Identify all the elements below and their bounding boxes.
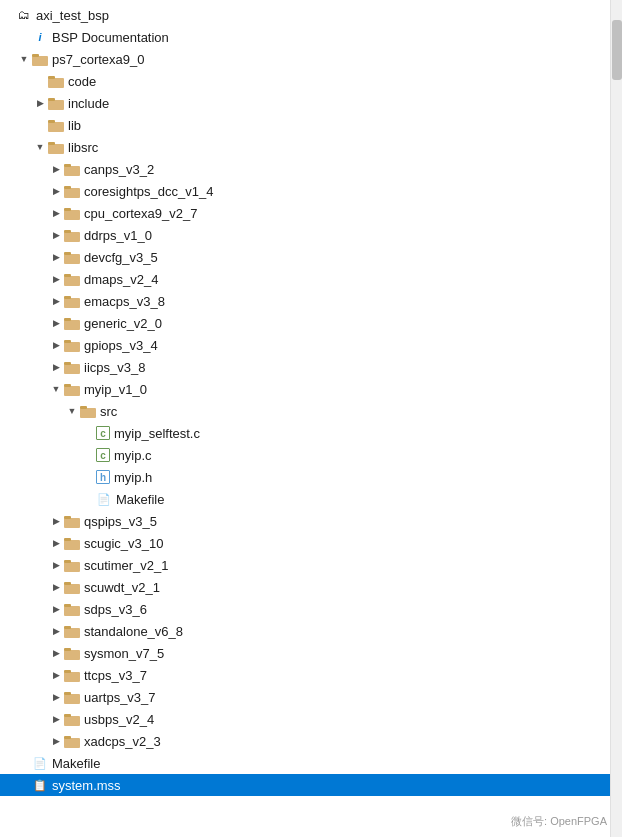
tree-item-code[interactable]: code: [0, 70, 610, 92]
svg-rect-39: [64, 560, 71, 563]
tree-item-qspips_v3_5[interactable]: qspips_v3_5: [0, 510, 610, 532]
tree-item-myip_v1_0[interactable]: myip_v1_0: [0, 378, 610, 400]
expand-arrow[interactable]: [48, 623, 64, 639]
tree-item-ps7_cortexa9_0[interactable]: ps7_cortexa9_0: [0, 48, 610, 70]
expand-arrow[interactable]: [48, 249, 64, 265]
svg-rect-30: [64, 386, 80, 396]
tree-item-makefile_root[interactable]: 📄Makefile: [0, 752, 610, 774]
tree-item-scugic_v3_10[interactable]: scugic_v3_10: [0, 532, 610, 554]
tree-item-bsp_doc[interactable]: iBSP Documentation: [0, 26, 610, 48]
project-icon: 🗂: [16, 7, 32, 23]
expand-arrow: [32, 117, 48, 133]
item-label: cpu_cortexa9_v2_7: [84, 206, 197, 221]
svg-rect-43: [64, 604, 71, 607]
makefile-icon: 📄: [96, 491, 112, 507]
expand-arrow[interactable]: [48, 227, 64, 243]
expand-arrow[interactable]: [48, 535, 64, 551]
tree-item-emacps_v3_8[interactable]: emacps_v3_8: [0, 290, 610, 312]
tree-item-scutimer_v2_1[interactable]: scutimer_v2_1: [0, 554, 610, 576]
tree-item-scuwdt_v2_1[interactable]: scuwdt_v2_1: [0, 576, 610, 598]
folder-icon: [64, 623, 80, 639]
folder-icon: [64, 667, 80, 683]
tree-item-sdps_v3_6[interactable]: sdps_v3_6: [0, 598, 610, 620]
tree-item-generic_v2_0[interactable]: generic_v2_0: [0, 312, 610, 334]
item-label: ttcps_v3_7: [84, 668, 147, 683]
tree-item-gpiops_v3_4[interactable]: gpiops_v3_4: [0, 334, 610, 356]
svg-rect-35: [64, 516, 71, 519]
tree-item-lib[interactable]: lib: [0, 114, 610, 136]
tree-item-myip_h[interactable]: hmyip.h: [0, 466, 610, 488]
expand-arrow[interactable]: [48, 271, 64, 287]
expand-arrow[interactable]: [48, 711, 64, 727]
tree-item-myip_c[interactable]: cmyip.c: [0, 444, 610, 466]
tree-item-makefile_src[interactable]: 📄Makefile: [0, 488, 610, 510]
tree-item-src[interactable]: src: [0, 400, 610, 422]
tree-item-sysmon_v7_5[interactable]: sysmon_v7_5: [0, 642, 610, 664]
item-label: myip_selftest.c: [114, 426, 200, 441]
expand-arrow[interactable]: [48, 513, 64, 529]
info-icon: i: [32, 29, 48, 45]
expand-arrow[interactable]: [64, 403, 80, 419]
item-label: code: [68, 74, 96, 89]
expand-arrow[interactable]: [48, 337, 64, 353]
tree-item-iicps_v3_8[interactable]: iicps_v3_8: [0, 356, 610, 378]
item-label: lib: [68, 118, 81, 133]
expand-arrow[interactable]: [48, 183, 64, 199]
svg-rect-11: [64, 164, 71, 167]
tree-item-axi_test_bsp[interactable]: 🗂axi_test_bsp: [0, 4, 610, 26]
expand-arrow[interactable]: [48, 359, 64, 375]
expand-arrow[interactable]: [32, 139, 48, 155]
tree-item-myip_selftest_c[interactable]: cmyip_selftest.c: [0, 422, 610, 444]
expand-arrow[interactable]: [48, 733, 64, 749]
expand-arrow[interactable]: [48, 689, 64, 705]
svg-rect-19: [64, 252, 71, 255]
scrollbar-thumb[interactable]: [612, 20, 622, 80]
svg-rect-18: [64, 254, 80, 264]
expand-arrow[interactable]: [48, 667, 64, 683]
expand-arrow[interactable]: [48, 579, 64, 595]
tree-panel[interactable]: 🗂axi_test_bspiBSP Documentation ps7_cort…: [0, 0, 610, 837]
folder-icon: [64, 293, 80, 309]
expand-arrow[interactable]: [48, 205, 64, 221]
svg-rect-3: [48, 76, 55, 79]
svg-rect-7: [48, 120, 55, 123]
expand-arrow[interactable]: [48, 557, 64, 573]
folder-icon: [64, 337, 80, 353]
tree-item-dmaps_v2_4[interactable]: dmaps_v2_4: [0, 268, 610, 290]
expand-arrow[interactable]: [32, 95, 48, 111]
item-label: scugic_v3_10: [84, 536, 164, 551]
tree-item-ddrps_v1_0[interactable]: ddrps_v1_0: [0, 224, 610, 246]
svg-rect-21: [64, 274, 71, 277]
item-label: sysmon_v7_5: [84, 646, 164, 661]
expand-arrow[interactable]: [48, 601, 64, 617]
tree-item-devcfg_v3_5[interactable]: devcfg_v3_5: [0, 246, 610, 268]
tree-item-usbps_v2_4[interactable]: usbps_v2_4: [0, 708, 610, 730]
expand-arrow[interactable]: [16, 51, 32, 67]
tree-item-standalone_v6_8[interactable]: standalone_v6_8: [0, 620, 610, 642]
expand-arrow[interactable]: [48, 645, 64, 661]
tree-item-system_mss[interactable]: 📋system.mss: [0, 774, 610, 796]
svg-rect-13: [64, 186, 71, 189]
tree-item-coresightps_dcc_v1_4[interactable]: coresightps_dcc_v1_4: [0, 180, 610, 202]
folder-icon: [64, 711, 80, 727]
expand-arrow[interactable]: [48, 161, 64, 177]
item-label: uartps_v3_7: [84, 690, 156, 705]
svg-rect-16: [64, 232, 80, 242]
svg-rect-15: [64, 208, 71, 211]
expand-arrow[interactable]: [48, 381, 64, 397]
tree-item-uartps_v3_7[interactable]: uartps_v3_7: [0, 686, 610, 708]
c-file-icon: c: [96, 448, 110, 462]
expand-arrow[interactable]: [48, 315, 64, 331]
tree-item-include[interactable]: include: [0, 92, 610, 114]
tree-item-libsrc[interactable]: libsrc: [0, 136, 610, 158]
svg-rect-34: [64, 518, 80, 528]
tree-item-canps_v3_2[interactable]: canps_v3_2: [0, 158, 610, 180]
tree-item-cpu_cortexa9_v2_7[interactable]: cpu_cortexa9_v2_7: [0, 202, 610, 224]
svg-rect-22: [64, 298, 80, 308]
tree-item-ttcps_v3_7[interactable]: ttcps_v3_7: [0, 664, 610, 686]
scrollbar[interactable]: [610, 0, 622, 837]
tree-item-xadcps_v2_3[interactable]: xadcps_v2_3: [0, 730, 610, 752]
expand-arrow[interactable]: [48, 293, 64, 309]
svg-rect-0: [32, 56, 48, 66]
item-label: xadcps_v2_3: [84, 734, 161, 749]
